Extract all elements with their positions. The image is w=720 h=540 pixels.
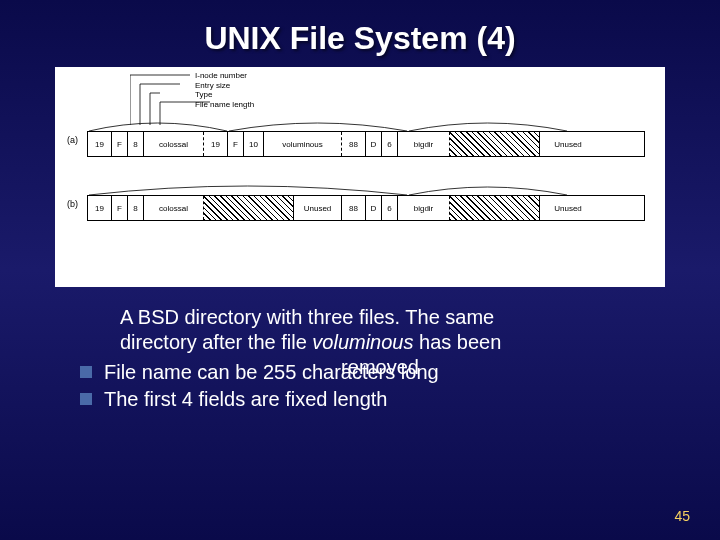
caption-line2b: voluminous — [312, 331, 413, 353]
bullet-1-text: File name can be 255 characters long — [104, 360, 439, 385]
a-e3-len: 6 — [382, 132, 398, 156]
directory-row-b: (b) 19 F 8 colossal Unused 88 D 6 bigdir… — [75, 195, 645, 221]
legend-namelen: File name length — [195, 100, 254, 110]
a-e3-name: bigdir — [398, 132, 450, 156]
b-e3-type: D — [366, 196, 382, 220]
a-e3-inode: 88 — [342, 132, 366, 156]
bullet-1: File name can be 255 characters long — [80, 360, 640, 385]
a-e2-name: voluminous — [264, 132, 342, 156]
row-a-label: (a) — [67, 135, 78, 145]
b-unused2-hatch — [450, 196, 540, 220]
caption-line2a: directory after the file — [120, 331, 312, 353]
b-e1-len: 8 — [128, 196, 144, 220]
b-e1-type: F — [112, 196, 128, 220]
b-e1-name: colossal — [144, 196, 204, 220]
bullet-2-text: The first 4 fields are fixed length — [104, 387, 387, 412]
b-unused1-label: Unused — [294, 196, 342, 220]
b-unused2-label: Unused — [540, 196, 596, 220]
legend-inode: I-node number — [195, 71, 254, 81]
page-title: UNIX File System (4) — [0, 0, 720, 67]
b-e1-inode: 19 — [88, 196, 112, 220]
a-e1-type: F — [112, 132, 128, 156]
a-e3-type: D — [366, 132, 382, 156]
diagram-figure: I-node number Entry size Type File name … — [55, 67, 665, 287]
a-e2-type: F — [228, 132, 244, 156]
field-legend: I-node number Entry size Type File name … — [195, 71, 254, 109]
entries-b: 19 F 8 colossal Unused 88 D 6 bigdir Unu… — [87, 195, 645, 221]
b-e3-inode: 88 — [342, 196, 366, 220]
bullet-2: The first 4 fields are fixed length — [80, 387, 640, 412]
legend-entrysize: Entry size — [195, 81, 254, 91]
page-number: 45 — [674, 508, 690, 524]
a-e1-inode: 19 — [88, 132, 112, 156]
caption-line2c: has been — [413, 331, 501, 353]
a-unused-label: Unused — [540, 132, 596, 156]
entries-a: 19 F 8 colossal 19 F 10 voluminous 88 D … — [87, 131, 645, 157]
a-e2-len: 10 — [244, 132, 264, 156]
a-e1-name: colossal — [144, 132, 204, 156]
a-unused-hatch — [450, 132, 540, 156]
row-b-label: (b) — [67, 199, 78, 209]
b-e3-len: 6 — [382, 196, 398, 220]
bullet-icon — [80, 366, 92, 378]
legend-type: Type — [195, 90, 254, 100]
caption-and-bullets: A BSD directory with three files. The sa… — [80, 305, 640, 412]
bullet-icon — [80, 393, 92, 405]
b-unused1-hatch — [204, 196, 294, 220]
a-e1-len: 8 — [128, 132, 144, 156]
directory-row-a: (a) 19 F 8 colossal 19 F 10 voluminous 8… — [75, 131, 645, 157]
caption-line1: A BSD directory with three files. The sa… — [120, 306, 494, 328]
b-e3-name: bigdir — [398, 196, 450, 220]
a-e2-inode: 19 — [204, 132, 228, 156]
